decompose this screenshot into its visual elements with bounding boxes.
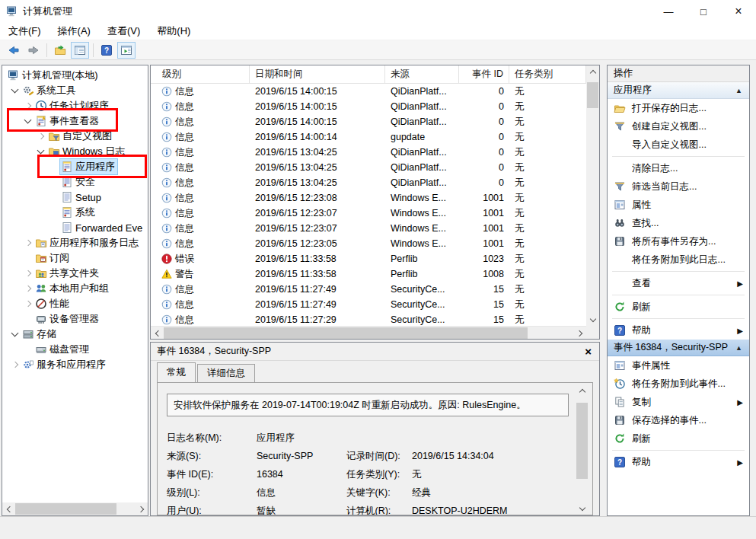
scroll-up-arrow[interactable] — [576, 384, 589, 397]
action-item[interactable]: 将任务附加到此日志... — [608, 250, 749, 269]
action-item[interactable]: 复制▶ — [608, 393, 749, 411]
chevron-down-icon[interactable] — [24, 116, 32, 124]
action-item[interactable]: 将所有事件另存为... — [608, 232, 749, 250]
action-item[interactable]: 打开保存的日志... — [608, 99, 749, 117]
tree-item[interactable]: Windows 日志 — [2, 144, 148, 159]
tree-item[interactable]: 存储 — [2, 327, 148, 342]
scroll-left-arrow[interactable] — [151, 327, 164, 340]
tree-h-scrollbar[interactable] — [2, 502, 148, 515]
detail-v-scrollbar[interactable] — [576, 384, 589, 515]
chevron-down-icon[interactable] — [37, 147, 45, 155]
tree-item[interactable]: 自定义视图 — [2, 129, 148, 144]
tree-item[interactable]: 性能 — [2, 296, 148, 311]
scroll-up-arrow[interactable] — [586, 65, 599, 78]
action-item[interactable]: 清除日志... — [608, 159, 749, 177]
tree-item[interactable]: 订阅 — [2, 250, 148, 266]
tree-item[interactable]: 计算机管理(本地) — [2, 68, 148, 83]
column-header[interactable]: 任务类别 — [509, 65, 586, 83]
menu-item-2[interactable]: 查看(V) — [99, 23, 148, 40]
chevron-down-icon[interactable] — [11, 330, 19, 337]
chevron-right-icon[interactable] — [24, 285, 30, 292]
event-row[interactable]: 信息2019/6/15 11:27:49SecurityCe...15无 — [151, 297, 586, 312]
scroll-down-arrow[interactable] — [576, 502, 589, 515]
action-item[interactable]: ?帮助▶ — [608, 321, 749, 340]
action-item[interactable]: 筛选当前日志... — [608, 177, 749, 196]
detail-close-button[interactable]: × — [585, 345, 592, 358]
show-action-pane-button[interactable] — [117, 42, 136, 59]
action-item[interactable]: 将任务附加到此事件... — [608, 375, 749, 393]
tree-item[interactable]: 安全 — [2, 174, 148, 190]
scroll-right-arrow[interactable] — [135, 502, 148, 515]
tree-item[interactable]: 共享文件夹 — [2, 266, 148, 281]
scroll-thumb[interactable] — [587, 82, 598, 108]
chevron-right-icon[interactable] — [24, 270, 30, 276]
forward-button[interactable] — [24, 42, 43, 59]
tree-item[interactable]: 系统 — [2, 205, 148, 220]
export-list-button[interactable] — [51, 42, 69, 59]
tree-item[interactable]: Forwarded Eve — [2, 220, 148, 235]
list-v-scrollbar[interactable] — [586, 65, 599, 326]
scroll-left-arrow[interactable] — [2, 502, 15, 515]
tree-item[interactable]: 服务和应用程序 — [2, 357, 148, 372]
action-item[interactable]: 查找... — [608, 214, 749, 232]
event-row[interactable]: 警告2019/6/15 11:33:58Perflib1008无 — [151, 266, 586, 282]
scroll-right-arrow[interactable] — [573, 327, 586, 340]
event-row[interactable]: 信息2019/6/15 12:23:07Windows E...1001无 — [151, 206, 586, 221]
column-header[interactable]: 级别 — [151, 65, 250, 83]
column-header[interactable]: 日期和时间 — [250, 65, 385, 83]
chevron-right-icon[interactable] — [37, 133, 43, 139]
event-row[interactable]: 信息2019/6/15 14:00:15QiDianPlatf...0无 — [151, 99, 586, 114]
event-row[interactable]: 信息2019/6/15 13:04:25QiDianPlatf...0无 — [151, 175, 586, 190]
tree-item[interactable]: 系统工具 — [2, 83, 148, 98]
minimize-button[interactable]: — — [651, 0, 686, 23]
chevron-down-icon[interactable] — [11, 86, 19, 94]
chevron-right-icon[interactable] — [24, 103, 30, 109]
action-item[interactable]: 刷新 — [608, 298, 749, 316]
tree-item[interactable]: 应用程序和服务日志 — [2, 235, 148, 250]
event-row[interactable]: 信息2019/6/15 14:00:14gupdate0无 — [151, 129, 586, 145]
tree-item[interactable]: 设备管理器 — [2, 311, 148, 327]
scroll-thumb[interactable] — [576, 403, 588, 479]
action-item[interactable]: 创建自定义视图... — [608, 117, 749, 136]
chevron-right-icon[interactable] — [24, 240, 30, 246]
event-row[interactable]: 信息2019/6/15 11:27:29SecurityCe...15无 — [151, 312, 586, 326]
action-item[interactable]: 属性 — [608, 196, 749, 214]
scroll-down-arrow[interactable] — [586, 313, 599, 326]
tree-item[interactable]: 事件查看器 — [2, 113, 148, 129]
action-item[interactable]: 导入自定义视图... — [608, 136, 749, 154]
action-item[interactable]: 刷新 — [608, 429, 749, 448]
tree-item[interactable]: 磁盘管理 — [2, 342, 148, 357]
tree-item[interactable]: 应用程序 — [2, 159, 148, 174]
scroll-thumb[interactable] — [15, 503, 116, 515]
tab-details[interactable]: 详细信息 — [197, 364, 255, 382]
tab-general[interactable]: 常规 — [157, 362, 196, 382]
event-row[interactable]: 信息2019/6/15 13:04:25QiDianPlatf...0无 — [151, 145, 586, 160]
tree-item[interactable]: 任务计划程序 — [2, 98, 148, 113]
event-row[interactable]: 信息2019/6/15 14:00:15QiDianPlatf...0无 — [151, 114, 586, 129]
event-row[interactable]: 信息2019/6/15 13:04:25QiDianPlatf...0无 — [151, 160, 586, 175]
chevron-right-icon[interactable] — [11, 362, 18, 368]
scroll-thumb[interactable] — [164, 327, 528, 339]
event-row[interactable]: 信息2019/6/15 12:23:05Windows E...1001无 — [151, 236, 586, 251]
event-row[interactable]: 错误2019/6/15 11:33:58Perflib1023无 — [151, 251, 586, 266]
menu-item-0[interactable]: 文件(F) — [0, 23, 49, 40]
event-row[interactable]: 信息2019/6/15 11:27:49SecurityCe...15无 — [151, 282, 586, 297]
show-console-tree-button[interactable] — [71, 42, 89, 59]
menu-item-3[interactable]: 帮助(H) — [148, 23, 199, 40]
action-item[interactable]: 事件属性 — [608, 356, 749, 375]
action-item[interactable]: 保存选择的事件... — [608, 411, 749, 429]
help-button[interactable]: ? — [97, 42, 116, 59]
list-h-scrollbar[interactable] — [151, 326, 586, 339]
maximize-button[interactable]: □ — [686, 0, 721, 23]
collapse-icon[interactable]: ▲ — [735, 344, 742, 352]
event-row[interactable]: 信息2019/6/15 12:23:08Windows E...1001无 — [151, 190, 586, 206]
event-row[interactable]: 信息2019/6/15 12:23:07Windows E...1001无 — [151, 221, 586, 236]
back-button[interactable] — [5, 42, 23, 59]
action-item[interactable]: ?帮助▶ — [608, 453, 749, 471]
action-item[interactable]: 查看▶ — [608, 274, 749, 292]
collapse-icon[interactable]: ▲ — [735, 87, 742, 94]
action-section-header[interactable]: 事件 16384，Security-SPP▲ — [608, 340, 749, 356]
column-header[interactable]: 事件 ID — [459, 65, 509, 83]
close-button[interactable]: × — [721, 0, 756, 23]
action-section-header[interactable]: 应用程序▲ — [608, 82, 749, 99]
